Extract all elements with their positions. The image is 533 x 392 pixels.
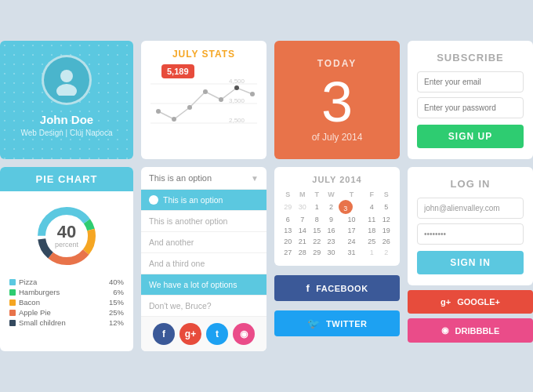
option-item[interactable]: Don't we, Bruce? [141, 296, 266, 317]
options-card: This is an option ▼ This is an option Th… [141, 167, 266, 351]
cal-day[interactable]: 30 [324, 247, 338, 258]
cal-day[interactable]: 23 [324, 236, 338, 247]
svg-point-8 [156, 109, 161, 114]
stats-title: JULY STATS [150, 49, 257, 60]
cal-day[interactable]: 14 [295, 225, 309, 236]
facebook-button[interactable]: f FACEBOOK [274, 275, 400, 301]
calendar-title: JULY 2014 [281, 175, 393, 184]
login-card: LOG IN SIGN IN [408, 167, 533, 285]
cal-day[interactable]: 8 [310, 214, 324, 225]
signin-button[interactable]: SIGN IN [417, 251, 524, 274]
today-card: TODAY 3 of July 2014 [274, 41, 400, 159]
profile-subtitle: Web Design | Cluj Napoca [21, 129, 113, 137]
cal-day[interactable]: 31 [339, 247, 364, 258]
option-item[interactable]: And another [141, 232, 266, 253]
today-subtitle: of July 2014 [312, 132, 363, 143]
cal-day[interactable]: 17 [339, 225, 364, 236]
chevron-down-icon: ▼ [251, 174, 259, 183]
password-field[interactable] [417, 97, 524, 118]
cal-day[interactable]: 1 [310, 200, 324, 214]
login-col: LOG IN SIGN IN g+ GOOGLE+ ◉ DRIBBBLE [408, 167, 533, 351]
login-password-field[interactable] [417, 223, 524, 245]
facebook-icon: f [306, 282, 310, 294]
twitter-icon-button[interactable]: t [206, 323, 228, 345]
cal-day[interactable]: 4 [364, 200, 379, 214]
cal-day[interactable]: 10 [339, 214, 364, 225]
radio-button [149, 195, 158, 205]
svg-text:4,500: 4,500 [229, 78, 245, 85]
cal-day[interactable]: 19 [379, 225, 393, 236]
cal-day[interactable]: 27 [281, 247, 295, 258]
cal-day[interactable]: 12 [379, 214, 393, 225]
pie-chart-container: 40 percent Pizza 40% Hamburgers 6% Bacon… [0, 191, 133, 335]
signup-button[interactable]: SIGN UP [417, 125, 524, 148]
dropdown-trigger[interactable]: This is an option ▼ [141, 167, 266, 190]
cal-day[interactable]: 13 [281, 225, 295, 236]
cal-header: T [310, 189, 324, 200]
calendar-card: JULY 2014 S M T W T F S 29 [274, 167, 400, 266]
avatar-icon [51, 64, 82, 96]
pie-chart-title: PIE CHART [0, 167, 133, 191]
login-email-field[interactable] [417, 198, 524, 219]
pie-chart-card: PIE CHART 40 percent [0, 167, 133, 351]
cal-day[interactable]: 18 [364, 225, 379, 236]
option-item[interactable]: This is another option [141, 211, 266, 232]
facebook-label: FACEBOOK [316, 284, 368, 293]
cal-day[interactable]: 22 [310, 236, 324, 247]
twitter-button[interactable]: 🐦 TWITTER [274, 310, 400, 336]
donut-value: 40 [55, 223, 78, 241]
svg-point-9 [172, 117, 176, 122]
legend-dot-smallchildren [9, 320, 16, 326]
cal-day[interactable]: 9 [324, 214, 338, 225]
stats-card: JULY STATS 5,189 4,500 3,500 2,500 [141, 41, 266, 159]
option-item-active[interactable]: This is an option [141, 190, 266, 211]
google-label: GOOGLE+ [457, 297, 500, 307]
cal-day[interactable]: 2 [379, 247, 393, 258]
cal-day[interactable]: 21 [295, 236, 309, 247]
google-button[interactable]: g+ GOOGLE+ [408, 290, 533, 314]
pie-legend: Pizza 40% Hamburgers 6% Bacon 15% Apple … [8, 278, 125, 328]
dribbble-button[interactable]: ◉ DRIBBBLE [408, 318, 533, 343]
cal-day[interactable]: 7 [295, 214, 309, 225]
subscribe-title: SUBSCRIBE [417, 52, 524, 64]
cal-day[interactable]: 25 [364, 236, 379, 247]
cal-day[interactable]: 16 [324, 225, 338, 236]
twitter-icon: 🐦 [307, 318, 321, 329]
dribbble-icon-button[interactable]: ◉ [233, 323, 255, 345]
googleplus-icon: g+ [441, 297, 451, 307]
today-title: TODAY [317, 58, 357, 69]
legend-dot-hamburgers [9, 289, 16, 296]
googleplus-icon-button[interactable]: g+ [179, 323, 201, 345]
cal-day[interactable]: 11 [364, 214, 379, 225]
avatar [42, 55, 92, 105]
donut-label: percent [55, 241, 78, 249]
svg-point-11 [203, 89, 208, 94]
cal-day[interactable]: 6 [281, 214, 295, 225]
facebook-icon-button[interactable]: f [153, 323, 175, 345]
cal-day[interactable]: 30 [295, 200, 309, 214]
cal-day[interactable]: 1 [364, 247, 379, 258]
dropdown-selected: This is an option [149, 173, 212, 183]
option-item-highlight[interactable]: We have a lot of options [141, 274, 266, 296]
option-item[interactable]: And a third one [141, 253, 266, 274]
profile-card: John Doe Web Design | Cluj Napoca [0, 41, 133, 159]
cal-day[interactable]: 28 [295, 247, 309, 258]
cal-day[interactable]: 15 [310, 225, 324, 236]
calendar-social-col: JULY 2014 S M T W T F S 29 [274, 167, 400, 351]
cal-header: W [324, 189, 338, 200]
cal-day[interactable]: 5 [379, 200, 393, 214]
legend-item: Apple Pie 25% [8, 308, 125, 317]
cal-day[interactable]: 29 [281, 200, 295, 214]
cal-day[interactable]: 26 [379, 236, 393, 247]
cal-day[interactable]: 20 [281, 236, 295, 247]
email-field[interactable] [417, 71, 524, 93]
cal-day[interactable]: 29 [310, 247, 324, 258]
stats-chart: 5,189 4,500 3,500 2,500 [150, 64, 257, 135]
svg-point-10 [187, 105, 192, 110]
dribbble-label: DRIBBBLE [455, 326, 500, 336]
cal-day[interactable]: 24 [339, 236, 364, 247]
cal-day-highlight[interactable]: 3 [339, 200, 353, 214]
twitter-label: TWITTER [326, 319, 367, 328]
cal-day[interactable]: 2 [324, 200, 338, 214]
svg-text:3,500: 3,500 [229, 97, 245, 104]
